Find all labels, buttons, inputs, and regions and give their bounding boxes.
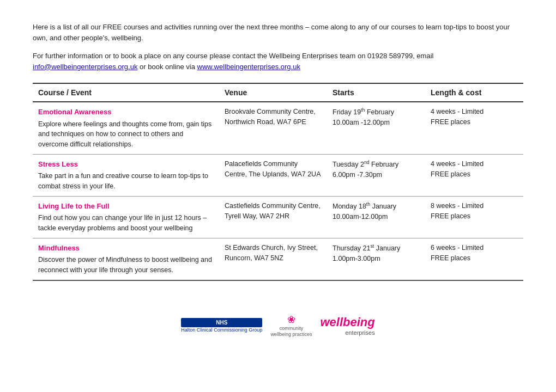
courses-table: Course / Event Venue Starts Length & cos… <box>33 83 523 281</box>
website-link[interactable]: www.wellbeingenterprises.org.uk <box>197 63 300 71</box>
course-cell-3: MindfulnessDiscover the power of Mindful… <box>33 238 219 280</box>
starts-time-3: 1.00pm-3.00pm <box>333 254 420 264</box>
course-title-3: Mindfulness <box>38 243 214 254</box>
starts-time-1: 6.00pm -7.30pm <box>333 170 420 180</box>
course-cell-1: Stress LessTake part in a fun and creati… <box>33 154 219 196</box>
table-row: MindfulnessDiscover the power of Mindful… <box>33 238 523 280</box>
table-row: Stress LessTake part in a fun and creati… <box>33 154 523 196</box>
intro-paragraph1: Here is a list of all our FREE courses a… <box>33 22 523 43</box>
length-line2-3: FREE places <box>431 253 518 264</box>
starts-cell-3: Thursday 21st January1.00pm-3.00pm <box>327 238 425 280</box>
venue-cell-1: Palacefields Community Centre, The Uplan… <box>219 154 327 196</box>
course-title-0: Emotional Awareness <box>38 107 214 118</box>
starts-date-3: Thursday 21st January <box>333 243 420 254</box>
header-venue: Venue <box>219 83 327 102</box>
venue-cell-3: St Edwards Church, Ivy Street, Runcorn, … <box>219 238 327 280</box>
community-text: communitywellbeing practices <box>270 326 312 338</box>
course-description-0: Explore where feelings and thoughts come… <box>38 119 214 150</box>
table-row: Emotional AwarenessExplore where feeling… <box>33 102 523 154</box>
length-cell-1: 4 weeks - LimitedFREE places <box>425 154 523 196</box>
course-description-1: Take part in a fun and creative course t… <box>38 171 214 192</box>
nhs-subtext: Halton Clinical Commissioning Group <box>181 327 262 333</box>
contact-text-prefix: For further information or to book a pla… <box>33 52 433 60</box>
venue-cell-0: Brookvale Community Centre, Northwich Ro… <box>219 102 327 154</box>
header-starts: Starts <box>327 83 425 102</box>
footer: NHS Halton Clinical Commissioning Group … <box>33 297 523 343</box>
length-cell-3: 6 weeks - LimitedFREE places <box>425 238 523 280</box>
header-course: Course / Event <box>33 83 219 102</box>
length-cell-2: 8 weeks - LimitedFREE places <box>425 196 523 238</box>
enterprises-text: enterprises <box>320 329 374 336</box>
flower-icon: ❀ <box>270 314 312 326</box>
community-logo-block: ❀ communitywellbeing practices <box>270 314 312 338</box>
starts-date-2: Monday 18th January <box>333 201 420 212</box>
nhs-logo: NHS <box>181 318 262 327</box>
wellbeing-logo-block: wellbeing enterprises <box>320 315 374 336</box>
intro-contact: For further information or to book a pla… <box>33 51 523 72</box>
length-line2-1: FREE places <box>431 169 518 180</box>
starts-cell-0: Friday 19th February10.00am -12.00pm <box>327 102 425 154</box>
footer-logos: NHS Halton Clinical Commissioning Group … <box>33 314 523 338</box>
course-cell-2: Living Life to the FullFind out how you … <box>33 196 219 238</box>
length-line1-2: 8 weeks - Limited <box>431 201 518 211</box>
header-length: Length & cost <box>425 83 523 102</box>
email-link[interactable]: info@wellbeingenterprises.org.uk <box>33 63 137 71</box>
starts-date-1: Tuesday 2nd February <box>333 159 420 170</box>
course-title-1: Stress Less <box>38 159 214 170</box>
starts-cell-1: Tuesday 2nd February6.00pm -7.30pm <box>327 154 425 196</box>
length-line2-2: FREE places <box>431 211 518 222</box>
starts-time-0: 10.00am -12.00pm <box>333 118 420 128</box>
wellbeing-text: wellbeing <box>320 315 374 329</box>
table-header-row: Course / Event Venue Starts Length & cos… <box>33 83 523 102</box>
course-description-3: Discover the power of Mindfulness to boo… <box>38 255 214 275</box>
length-line1-3: 6 weeks - Limited <box>431 243 518 253</box>
starts-time-2: 10.00am-12.00pm <box>333 212 420 222</box>
length-cell-0: 4 weeks - LimitedFREE places <box>425 102 523 154</box>
course-title-2: Living Life to the Full <box>38 201 214 212</box>
table-row: Living Life to the FullFind out how you … <box>33 196 523 238</box>
length-line1-1: 4 weeks - Limited <box>431 159 518 169</box>
course-description-2: Find out how you can change your life in… <box>38 213 214 234</box>
length-line2-0: FREE places <box>431 117 518 127</box>
or-text: or book online via <box>140 63 197 71</box>
venue-cell-2: Castlefields Community Centre, Tyrell Wa… <box>219 196 327 238</box>
course-cell-0: Emotional AwarenessExplore where feeling… <box>33 102 219 154</box>
nhs-logo-block: NHS Halton Clinical Commissioning Group <box>181 318 262 333</box>
starts-cell-2: Monday 18th January10.00am-12.00pm <box>327 196 425 238</box>
length-line1-0: 4 weeks - Limited <box>431 107 518 117</box>
starts-date-0: Friday 19th February <box>333 107 420 118</box>
